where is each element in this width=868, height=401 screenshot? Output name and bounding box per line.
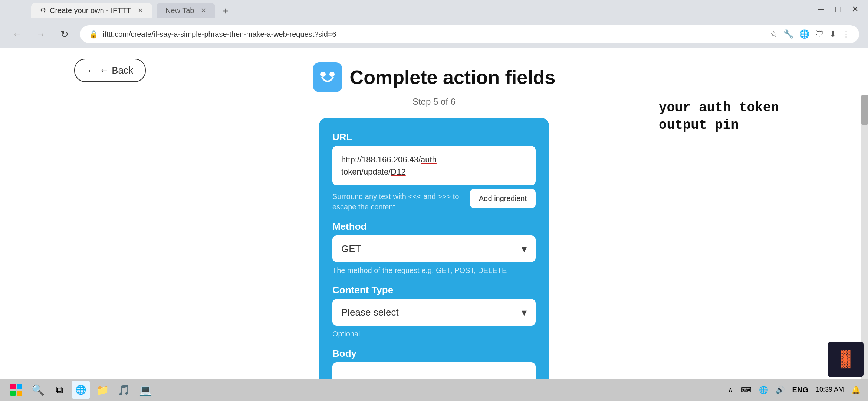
svg-rect-2: [10, 384, 16, 389]
url-field-group: URL http://188.166.206.43/auth token/upd…: [332, 131, 536, 212]
forward-nav-button[interactable]: →: [33, 26, 49, 42]
svg-rect-3: [17, 384, 22, 389]
new-tab-button[interactable]: ＋: [218, 3, 233, 18]
taskbar: 🔍 ⧉ 🌐 📁 🎵 💻 ∧ ⌨ 🌐 🔊 ENG 10:39 AM 🔔: [0, 379, 868, 401]
tab-2-close[interactable]: ✕: [201, 6, 206, 14]
ext-icon-1[interactable]: 🔧: [783, 29, 793, 39]
content-type-hint: Optional: [332, 329, 536, 339]
files-taskbar-icon[interactable]: 📁: [93, 381, 111, 399]
ext-icon-3[interactable]: 🛡: [815, 29, 823, 39]
tab-2[interactable]: New Tab ✕: [157, 3, 215, 18]
page-header: Complete action fields Step 5 of 6: [313, 62, 556, 107]
content-type-dropdown-arrow: ▾: [522, 306, 527, 319]
svg-rect-4: [10, 391, 16, 396]
svg-point-0: [320, 72, 326, 77]
page-content: ← ← Back Complete action fields Step 5 o…: [0, 48, 868, 401]
content-type-field-group: Content Type Please select ▾ Optional: [332, 284, 536, 339]
url-label: URL: [332, 131, 536, 143]
app2-icon[interactable]: 💻: [137, 381, 154, 399]
tray-up-arrow[interactable]: ∧: [728, 385, 733, 394]
back-nav-button[interactable]: ←: [9, 26, 25, 42]
content-type-label: Content Type: [332, 284, 536, 296]
annotation-line1: your auth token: [659, 100, 779, 117]
clock: 10:39 AM: [816, 385, 844, 394]
volume-icon[interactable]: 🔊: [776, 385, 785, 394]
system-widget: ▓▓▓▓█▓▓▓▓: [828, 342, 864, 377]
clock-time: 10:39 AM: [816, 385, 844, 394]
scrollbar-thumb[interactable]: [861, 95, 868, 125]
url-line1: http://188.166.206.43/auth: [341, 153, 527, 166]
ext-icon-4[interactable]: ⬇: [829, 29, 836, 39]
url-part2: auth: [421, 155, 437, 164]
search-icon[interactable]: 🔍: [29, 381, 47, 399]
svg-point-1: [329, 72, 335, 77]
method-value: GET: [341, 243, 361, 255]
back-arrow-icon: ←: [87, 65, 96, 76]
ifttt-logo: [313, 62, 342, 92]
method-label: Method: [332, 221, 536, 232]
page-title: Complete action fields: [350, 66, 556, 88]
window-controls: ─ □ ✕: [815, 4, 861, 15]
app1-icon[interactable]: 🎵: [115, 381, 133, 399]
tab-2-label: New Tab: [165, 6, 194, 15]
url-hint: Surround any text with <<< and >>> to es…: [332, 191, 466, 212]
address-text: ifttt.com/create/if-say-a-simple-phrase-…: [103, 30, 336, 39]
maximize-button[interactable]: □: [832, 4, 844, 15]
taskview-icon[interactable]: ⧉: [50, 381, 68, 399]
minimize-button[interactable]: ─: [815, 4, 826, 15]
keyboard-icon: ⌨: [741, 385, 752, 394]
close-button[interactable]: ✕: [849, 4, 861, 15]
annotation-text: your auth token output pin: [659, 100, 779, 134]
method-dropdown-arrow: ▾: [522, 243, 527, 255]
lang-label: ENG: [792, 386, 808, 394]
svg-rect-5: [17, 391, 22, 396]
url-part4: D12: [391, 167, 405, 176]
back-button[interactable]: ← ← Back: [74, 59, 146, 82]
ext-icon-2[interactable]: 🌐: [799, 29, 809, 39]
url-part3: token/update/: [341, 167, 391, 176]
tab-bar: ⚙ Create your own - IFTTT ✕ New Tab ✕ ＋ …: [0, 0, 868, 21]
content-type-value: Please select: [341, 307, 399, 318]
body-label: Body: [332, 348, 536, 359]
bookmark-icon[interactable]: ☆: [770, 29, 777, 39]
tab-1[interactable]: ⚙ Create your own - IFTTT ✕: [31, 3, 152, 18]
content-type-select[interactable]: Please select ▾: [332, 299, 536, 326]
browser-taskbar-icon[interactable]: 🌐: [72, 381, 90, 399]
back-button-label: ← Back: [99, 65, 133, 76]
network-icon[interactable]: 🌐: [759, 385, 768, 394]
notification-icon[interactable]: 🔔: [851, 385, 861, 394]
annotation-line2: output pin: [659, 117, 779, 134]
address-bar[interactable]: 🔒 ifttt.com/create/if-say-a-simple-phras…: [80, 25, 859, 43]
reload-button[interactable]: ↻: [56, 26, 73, 42]
add-ingredient-button-1[interactable]: Add ingredient: [470, 189, 536, 208]
form-card: URL http://188.166.206.43/auth token/upd…: [319, 118, 549, 401]
method-hint: The method of the request e.g. GET, POST…: [332, 265, 536, 276]
menu-icon[interactable]: ⋮: [842, 29, 850, 39]
step-indicator: Step 5 of 6: [412, 97, 456, 107]
url-part1: http://188.166.206.43/: [341, 155, 421, 164]
tab-1-label: Create your own - IFTTT: [50, 6, 131, 15]
url-input[interactable]: http://188.166.206.43/auth token/update/…: [332, 146, 536, 185]
start-button[interactable]: [7, 381, 25, 399]
method-select[interactable]: GET ▾: [332, 235, 536, 262]
url-line2: token/update/D12: [341, 166, 527, 178]
scrollbar[interactable]: [861, 95, 868, 379]
browser-chrome: ⚙ Create your own - IFTTT ✕ New Tab ✕ ＋ …: [0, 0, 868, 48]
method-field-group: Method GET ▾ The method of the request e…: [332, 221, 536, 276]
tab-1-close[interactable]: ✕: [138, 6, 143, 14]
address-bar-row: ← → ↻ 🔒 ifttt.com/create/if-say-a-simple…: [0, 21, 868, 48]
